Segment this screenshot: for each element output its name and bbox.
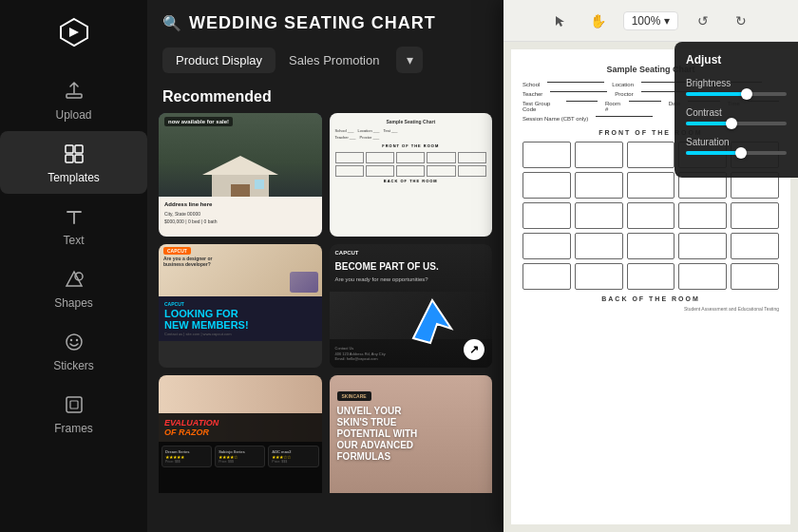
templates-icon	[61, 141, 87, 167]
sidebar-item-upload[interactable]: Upload	[0, 68, 147, 131]
seat-cell	[678, 233, 727, 259]
undo-button[interactable]: ↺	[690, 8, 716, 34]
seat-cell	[575, 142, 623, 168]
seat-cell	[731, 233, 779, 259]
seat-row-4	[522, 233, 779, 259]
svg-rect-4	[75, 155, 83, 162]
svg-point-7	[69, 339, 71, 341]
sidebar-item-label: Upload	[55, 108, 91, 122]
upload-icon	[61, 78, 87, 104]
seat-row-3	[522, 202, 779, 229]
search-query: WEDDING SEATING CHART	[189, 13, 436, 33]
svg-point-6	[66, 334, 82, 350]
template-grid: now available for sale! Address line her…	[147, 113, 504, 493]
seat-cell	[627, 172, 675, 199]
field-school-label: School	[522, 82, 540, 87]
seat-cell	[627, 142, 675, 168]
seat-cell	[522, 263, 571, 290]
search-bar: 🔍 WEDDING SEATING CHART	[147, 0, 504, 41]
text-icon	[61, 203, 87, 230]
brightness-label: Brightness	[686, 78, 787, 88]
seat-cell	[522, 172, 571, 199]
template-card-house[interactable]: now available for sale! Address line her…	[159, 113, 322, 237]
sidebar-item-text[interactable]: Text	[0, 194, 147, 256]
svg-rect-2	[75, 145, 83, 153]
seat-cell	[522, 202, 571, 229]
sidebar-item-shapes[interactable]: Shapes	[0, 256, 147, 319]
seat-cell	[627, 233, 675, 259]
redo-button[interactable]: ↻	[728, 8, 754, 34]
adjust-panel-title: Adjust	[686, 53, 787, 66]
seat-cell	[522, 142, 571, 168]
zoom-display[interactable]: 100% ▾	[623, 11, 679, 30]
sidebar-item-label: Frames	[54, 422, 93, 435]
seat-row-5	[522, 263, 779, 290]
app-logo	[53, 11, 95, 53]
sidebar-item-label: Text	[63, 234, 84, 247]
seat-cell	[627, 202, 675, 229]
sidebar: Upload Templates Text Shapes	[0, 0, 147, 532]
seat-cell	[575, 172, 623, 199]
seat-cell	[678, 202, 727, 229]
main-content: 🔍 WEDDING SEATING CHART Product Display …	[147, 0, 504, 532]
hand-tool-button[interactable]: ✋	[585, 8, 612, 34]
sidebar-item-label: Templates	[48, 171, 100, 184]
svg-rect-10	[70, 401, 78, 408]
svg-marker-11	[202, 156, 278, 175]
sidebar-item-frames[interactable]: Frames	[0, 382, 147, 445]
template-card-evaluation[interactable]: EVALUATION OF RAZOR Dream Series ★★★★★ P…	[159, 375, 322, 493]
field-proctor-label: Proctor	[615, 91, 633, 97]
svg-point-8	[75, 339, 77, 341]
cursor-tool-button[interactable]	[547, 8, 574, 34]
saturation-control: Saturation	[686, 137, 787, 155]
sidebar-item-templates[interactable]: Templates	[0, 131, 147, 194]
shapes-icon	[61, 266, 87, 293]
field-room-label: Room #	[605, 101, 621, 112]
field-location-label: Location	[612, 82, 634, 87]
field-session-label: Session Name (CBT only)	[522, 116, 588, 122]
search-icon: 🔍	[162, 14, 181, 32]
template-card-members[interactable]: CAPCUT Are you a designer orbusiness dev…	[159, 244, 322, 368]
doc-footer: Student Assessment and Educational Testi…	[522, 306, 779, 312]
sidebar-item-label: Shapes	[54, 296, 93, 310]
seat-cell	[575, 263, 623, 290]
adjust-panel: Adjust Brightness Contrast Saturation	[674, 42, 798, 178]
contrast-control: Contrast	[686, 107, 787, 125]
field-test-group-label: Test Group Code	[522, 101, 559, 112]
tabs-dropdown-button[interactable]: ▾	[396, 47, 423, 73]
brightness-control: Brightness	[686, 78, 787, 96]
tabs-row: Product Display Sales Promotion ▾	[147, 41, 504, 79]
saturation-slider[interactable]	[686, 151, 787, 155]
contrast-label: Contrast	[686, 107, 787, 118]
seat-cell	[731, 202, 779, 229]
back-room-label: BACK OF THE ROOM	[522, 295, 779, 302]
template-card-seating[interactable]: Sample Seating Chart School ___Location …	[330, 113, 493, 237]
svg-rect-1	[66, 145, 73, 153]
svg-rect-3	[66, 155, 73, 162]
frames-icon	[61, 391, 87, 418]
sidebar-item-label: Stickers	[53, 359, 94, 372]
svg-rect-0	[66, 94, 82, 98]
preview-panel: ✋ 100% ▾ ↺ ↻ Sample Seating Chart School…	[504, 0, 798, 532]
tab-product-display[interactable]: Product Display	[162, 48, 276, 73]
template-card-skincare[interactable]: SKINCARE UNVEIL YOURSKIN'S TRUEPOTENTIAL…	[330, 375, 493, 493]
sidebar-item-stickers[interactable]: Stickers	[0, 319, 147, 382]
saturation-label: Saturation	[686, 137, 787, 147]
seat-cell	[575, 202, 623, 229]
seat-cell	[575, 233, 623, 259]
stickers-icon	[61, 329, 87, 355]
brightness-slider[interactable]	[686, 92, 787, 96]
seat-cell	[522, 233, 571, 259]
seat-cell	[678, 263, 727, 290]
svg-rect-9	[66, 397, 82, 412]
zoom-chevron-icon: ▾	[664, 14, 670, 28]
recommended-section-label: Recommended	[147, 79, 504, 113]
contrast-slider[interactable]	[686, 122, 787, 125]
field-teacher-label: Teacher	[522, 91, 542, 97]
svg-rect-14	[255, 180, 264, 189]
preview-toolbar: ✋ 100% ▾ ↺ ↻	[504, 0, 798, 42]
zoom-value: 100%	[632, 14, 661, 28]
seat-cell	[627, 263, 675, 290]
template-card-become[interactable]: CAPCUT BECOME PART OF US.Are you ready f…	[330, 244, 493, 368]
tab-sales-promotion[interactable]: Sales Promotion	[276, 48, 392, 73]
